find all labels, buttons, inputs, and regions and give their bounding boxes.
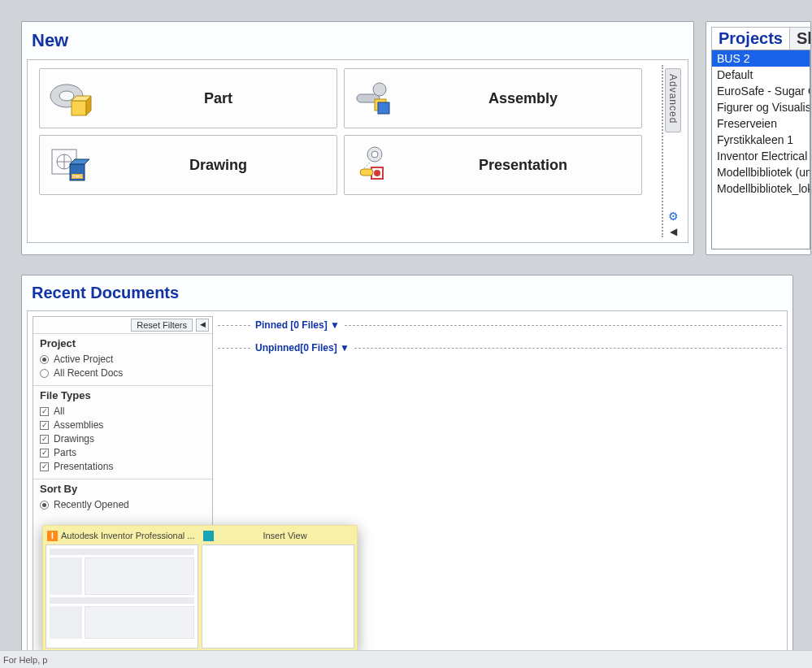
radio-icon [40,369,49,378]
projects-panel: Projects Sh BUS 2 Default EuroSafe - Sug… [706,21,811,255]
radio-all-recent-docs[interactable]: All Recent Docs [40,367,206,380]
collapse-arrow-icon[interactable]: ◀ [670,226,677,237]
svg-rect-2 [72,101,86,115]
thumbnail-inventor[interactable]: I Autodesk Inventor Professional ... [46,528,198,648]
projects-list: BUS 2 Default EuroSafe - Sugar Q Figurer… [711,50,810,249]
svg-point-6 [373,83,386,96]
recent-documents-title: Recent Documents [27,279,788,310]
checkbox-label: Presentations [54,460,113,474]
svg-rect-21 [360,169,373,176]
part-icon [45,76,95,121]
inventor-app-icon: I [47,531,58,541]
checkbox-label: Parts [54,446,76,460]
project-item[interactable]: EuroSafe - Sugar Q [712,83,810,99]
filter-project-title: Project [40,337,206,349]
template-drawing-label: Drawing [100,157,337,174]
thumbnail-preview [46,544,198,648]
status-bar: For Help, p [0,650,812,668]
radio-icon [40,355,49,364]
radio-active-project[interactable]: Active Project [40,353,206,367]
project-item[interactable]: Figurer og Visualise [712,99,810,115]
advanced-strip: Advanced ⚙ ◀ [662,65,683,237]
radio-label: All Recent Docs [54,367,123,380]
svg-text:DWG: DWG [72,174,82,179]
template-presentation-button[interactable]: Presentation [344,135,642,195]
filter-group-project: Project Active Project All Recent Docs [33,333,212,385]
svg-line-22 [363,163,370,169]
radio-label: Active Project [54,353,113,367]
radio-label: Recently Opened [54,498,129,512]
thumbnail-title: Insert View [217,531,353,540]
project-item[interactable]: Fyrstikkaleen 1 [712,132,810,148]
new-title: New [27,25,688,59]
svg-point-20 [374,170,380,176]
svg-point-1 [59,91,74,101]
project-item[interactable]: Default [712,67,810,83]
checkbox-label: Assemblies [54,419,103,432]
new-inner: Part Assembly [27,59,688,243]
project-item[interactable]: Modellbibliotek_loka [712,180,810,197]
project-item[interactable]: Modellbibliotek (und [712,164,810,180]
project-item[interactable]: Inventor Electrical P [712,148,810,164]
advanced-expand-button[interactable]: Advanced [665,68,681,132]
checkbox-label: All [54,405,64,419]
project-item[interactable]: Freserveien [712,115,810,132]
filter-group-file-types: File Types All Assemblies Drawings Parts… [33,385,212,479]
filter-group-sort-by: Sort By Recently Opened [33,479,212,517]
svg-rect-8 [378,102,389,114]
checkbox-label: Drawings [54,432,94,446]
check-drawings[interactable]: Drawings [40,432,206,446]
thumbnail-preview [202,544,354,648]
checkbox-icon [40,449,49,458]
check-presentations[interactable]: Presentations [40,460,206,474]
check-assemblies[interactable]: Assemblies [40,419,206,432]
thumbnail-title: Autodesk Inventor Professional ... [61,531,194,540]
advanced-label: Advanced [667,74,679,124]
pinned-header[interactable]: Pinned [0 Files] ▼ [255,319,340,331]
window-app-icon [203,531,214,541]
presentation-icon [350,142,400,188]
collapse-sidebar-button[interactable]: ◀ [196,319,209,332]
drawing-icon: DWG [45,142,95,188]
template-presentation-label: Presentation [405,157,641,174]
template-drawing-button[interactable]: DWG Drawing [39,135,337,195]
template-part-button[interactable]: Part [39,68,337,128]
checkbox-icon [40,421,49,430]
filter-sortby-title: Sort By [40,483,206,495]
thumbnail-insert-view[interactable]: Insert View [202,528,354,648]
gear-icon[interactable]: ⚙ [668,210,679,223]
assembly-icon [350,76,400,121]
unpinned-header[interactable]: Unpinned[0 Files] ▼ [255,342,350,354]
new-panel: New Part [21,21,694,255]
checkbox-icon [40,462,49,471]
project-item[interactable]: BUS 2 [712,50,810,67]
template-part-label: Part [100,90,337,107]
radio-icon [40,501,49,510]
tab-shortcuts[interactable]: Sh [789,27,811,50]
reset-filters-button[interactable]: Reset Filters [131,319,193,332]
template-assembly-label: Assembly [405,90,641,107]
tab-projects[interactable]: Projects [711,27,790,50]
check-parts[interactable]: Parts [40,446,206,460]
check-all[interactable]: All [40,405,206,419]
filter-filetypes-title: File Types [40,389,206,401]
status-text: For Help, p [3,655,47,665]
checkbox-icon [40,435,49,444]
checkbox-icon [40,407,49,416]
taskbar-thumbnails: I Autodesk Inventor Professional ... Ins… [42,525,358,652]
template-assembly-button[interactable]: Assembly [344,68,642,128]
svg-point-18 [371,151,378,158]
radio-recently-opened[interactable]: Recently Opened [40,498,206,512]
